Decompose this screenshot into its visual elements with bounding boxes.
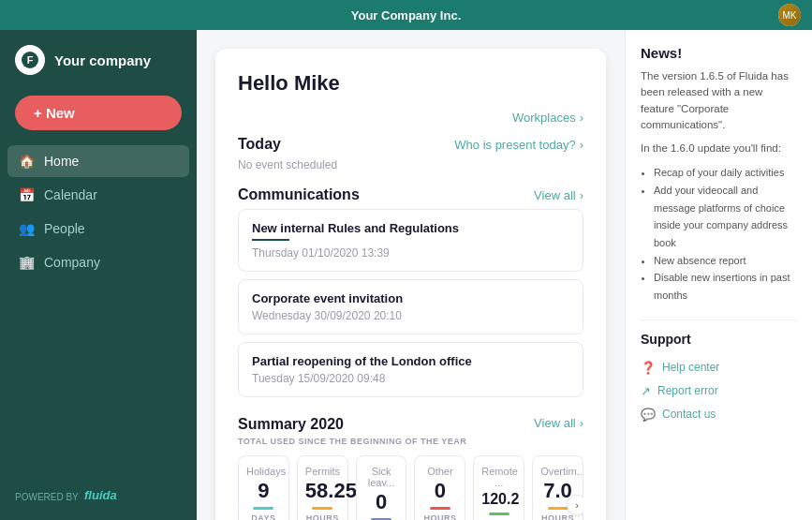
other-label: Other [422,466,457,477]
support-contact-us[interactable]: 💬 Contact us [641,403,797,426]
holidays-unit: DAYS USED [246,513,281,520]
summary-card-holidays: Holidays 9 DAYS USED [238,455,289,520]
workplaces-row: Workplaces › [238,111,583,125]
report-error-label: Report error [657,384,718,397]
sidebar-item-home-label: Home [44,154,79,169]
avatar[interactable]: MK [778,4,801,26]
comm-title-2: Partial reopening of the London office [252,354,569,368]
svg-text:F: F [27,54,34,66]
sidebar-item-home[interactable]: 🏠 Home [7,145,189,177]
chevron-right-icon: › [580,138,583,152]
holidays-value: 9 [246,481,281,501]
right-panel: News! The version 1.6.5 of Fluida has be… [625,30,812,520]
comm-date-1: Wednesday 30/09/2020 20:10 [252,309,569,322]
news-item-1: Add your videocall and message platforms… [654,182,797,252]
summary-subtitle: TOTAL USED SINCE THE BEGINNING OF THE YE… [238,437,583,446]
chevron-right-icon: › [580,111,583,125]
svg-text:fluida: fluida [84,489,117,502]
comm-title-0: New internal Rules and Regulations [252,221,569,235]
sidebar-brand: F Your company [0,30,197,90]
main-card: Hello Mike Workplaces › Today Who is pre… [215,49,606,520]
summary-view-all[interactable]: View all › [534,416,583,430]
contact-icon: 💬 [641,408,656,422]
help-icon: ❓ [641,361,656,375]
sidebar-item-company[interactable]: 🏢 Company [7,246,189,278]
news-intro: The version 1.6.5 of Fluida has been rel… [641,68,797,133]
permits-label: Permits [305,466,340,477]
news-title: News! [641,45,797,61]
overtime-label: Overtim... [540,466,575,477]
comm-underline-0 [252,239,289,241]
comm-item-1[interactable]: Corporate event invitation Wednesday 30/… [238,279,583,334]
holidays-label: Holidays [246,466,281,477]
main-layout: F Your company + New 🏠 Home 📅 Calendar 👥… [0,30,812,520]
support-report-error[interactable]: ↗ Report error [641,379,797,403]
people-icon: 👥 [19,221,35,236]
calendar-icon: 📅 [19,187,35,202]
news-item-3: Disable new insertions in past months [654,269,797,304]
content-area: Hello Mike Workplaces › Today Who is pre… [197,30,812,520]
comm-date-0: Thursday 01/10/2020 13:39 [252,246,569,260]
powered-by-text: POWERED BY [15,492,79,502]
report-icon: ↗ [641,384,651,398]
sidebar-item-company-label: Company [44,255,100,270]
top-bar: Your Company Inc. MK [0,0,812,30]
avatar-image: MK [778,4,801,26]
company-icon: 🏢 [19,255,35,270]
remote-value: 120.2 [481,492,516,507]
sidebar: F Your company + New 🏠 Home 📅 Calendar 👥… [0,30,197,520]
new-button[interactable]: + New [15,96,182,130]
comm-item-0[interactable]: New internal Rules and Regulations Thurs… [238,209,583,272]
workplaces-link[interactable]: Workplaces › [512,111,583,125]
communications-header: Communications View all › [238,186,583,203]
summary-card-permits: Permits 58.25 HOURS USED [297,455,348,520]
chevron-right-icon: › [580,188,583,202]
main-content: Hello Mike Workplaces › Today Who is pre… [197,30,625,520]
summary-title: Summary 2020 [238,416,344,433]
comm-date-2: Tuesday 15/09/2020 09:48 [252,372,569,385]
divider [641,319,797,320]
summary-cards: Holidays 9 DAYS USED Permits 58.25 HOURS… [238,455,583,520]
sidebar-item-people[interactable]: 👥 People [7,213,189,245]
support-title: Support [641,332,797,347]
communications-title: Communications [238,186,360,203]
brand-icon: F [15,45,45,75]
summary-card-other: Other 0 HOURS USED [414,455,465,520]
no-event-text: No event scheduled [238,158,583,171]
contact-us-label: Contact us [662,408,716,421]
permits-bar [312,507,332,510]
overtime-unit: HOURS USED [540,513,575,520]
comm-title-1: Corporate event invitation [252,291,569,305]
sick-label: Sick leav... [364,466,399,488]
help-center-label: Help center [662,361,719,374]
other-bar [430,507,450,510]
communications-view-all[interactable]: View all › [534,188,583,202]
company-title: Your Company Inc. [351,8,462,22]
brand-name: Your company [54,52,151,68]
who-present-link[interactable]: Who is present today? › [454,138,583,152]
holidays-bar [253,507,273,510]
chevron-right-icon: › [580,416,583,430]
news-item-2: New absence report [654,252,797,270]
fluida-logo: fluida [84,489,122,505]
permits-value: 58.25 [305,481,340,501]
summary-card-remote: Remote ... 120.2 DAYS USED [473,455,524,520]
overtime-bar [548,507,568,510]
sidebar-item-people-label: People [44,221,85,236]
home-icon: 🏠 [19,154,35,169]
support-help-center[interactable]: ❓ Help center [641,356,797,379]
hello-title: Hello Mike [238,71,583,96]
news-item-0: Recap of your daily activities [654,164,797,182]
new-button-label: + New [34,105,75,121]
summary-card-sick: Sick leav... 0 DAYS USED [356,455,407,520]
other-value: 0 [422,481,457,501]
remote-bar [489,513,509,515]
sick-value: 0 [364,492,399,513]
comm-item-2[interactable]: Partial reopening of the London office T… [238,342,583,397]
sidebar-item-calendar[interactable]: 📅 Calendar [7,179,189,211]
powered-by: POWERED BY fluida [0,474,197,520]
today-title: Today [238,136,281,153]
scroll-right-button[interactable]: › [567,495,583,515]
other-unit: HOURS USED [422,513,457,520]
permits-unit: HOURS USED [305,513,340,520]
